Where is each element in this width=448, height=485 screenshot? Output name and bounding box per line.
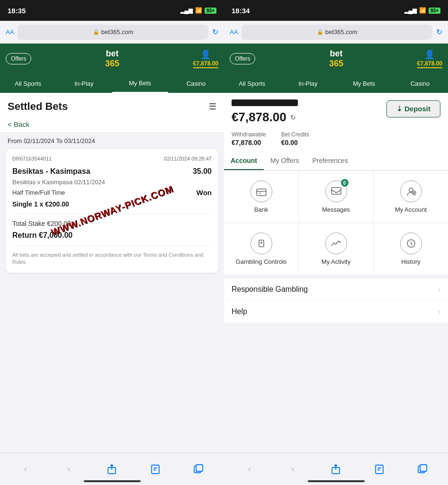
chevron-icon-1: › — [438, 308, 440, 315]
history-label: History — [401, 258, 420, 265]
grid-item-messages[interactable]: 0 Messages — [299, 171, 373, 223]
balance-amount: €7,878.00 — [232, 110, 287, 125]
bank-label: Bank — [254, 206, 269, 213]
bank-icon — [251, 180, 272, 202]
tab-account[interactable]: Account — [224, 152, 264, 170]
right-nav-bar: All Sports In-Play My Bets Casino — [224, 74, 448, 93]
left-account-icon: 👤 — [200, 49, 211, 60]
signal-icon: ▂▄▆ — [180, 7, 193, 14]
date-range: From 02/11/2024 To 03/11/2024 — [0, 133, 224, 149]
grid-item-activity[interactable]: My Activity — [299, 223, 373, 275]
right-nav-share[interactable] — [326, 460, 345, 479]
help-item[interactable]: Help › — [224, 301, 448, 323]
left-url-box[interactable]: 🔒 bet365.com — [18, 25, 208, 40]
left-nav-mybets[interactable]: My Bets — [112, 74, 168, 93]
withdrawable-label: Withdrawable — [232, 131, 266, 138]
account-tabs: Account My Offers Preferences — [224, 152, 448, 171]
right-nav-back[interactable]: ‹ — [240, 460, 259, 479]
left-refresh-btn[interactable]: ↻ — [212, 27, 218, 36]
bet-odds: 35.00 — [193, 167, 212, 176]
right-nav-tabs[interactable] — [413, 460, 432, 479]
right-refresh-btn[interactable]: ↻ — [436, 27, 442, 36]
gambling-label: Gambling Controls — [236, 258, 287, 265]
right-nav-mybets[interactable]: My Bets — [336, 74, 392, 93]
username-blurred — [232, 99, 298, 106]
right-nav-allsports[interactable]: All Sports — [224, 74, 280, 93]
right-nav-inplay[interactable]: In-Play — [280, 74, 336, 93]
deposit-label: Deposit — [404, 105, 430, 113]
bet-market-name: Half Time/Full Time — [12, 189, 65, 196]
left-nav-inplay[interactable]: In-Play — [56, 74, 112, 93]
myaccount-icon — [400, 180, 422, 202]
right-battery-badge: 93+ — [429, 8, 440, 14]
hamburger-icon[interactable]: ☰ — [209, 101, 216, 112]
battery-badge: 93+ — [205, 8, 216, 14]
left-nav-casino[interactable]: Casino — [168, 74, 224, 93]
bet-type: Single 1 x €200.00 — [12, 200, 212, 208]
grid-item-myaccount[interactable]: My Account — [374, 171, 448, 223]
right-lock-icon: 🔒 — [317, 29, 323, 35]
left-nav-bookmarks[interactable] — [146, 460, 165, 479]
bet-stake: Total Stake €200.00 — [12, 220, 212, 227]
bet-sub: Besiktas v Kasimpasa 02/11/2024 — [12, 179, 212, 186]
right-url-box[interactable]: 🔒 bet365.com — [242, 25, 432, 40]
right-status-icons: ▂▄▆ 📶 93+ — [404, 7, 440, 14]
left-nav-forward[interactable]: › — [59, 460, 78, 479]
history-icon — [400, 233, 422, 254]
left-logo: bet 365 — [35, 49, 189, 69]
settled-header: Settled Bets ☰ — [0, 93, 224, 117]
tab-myoffers[interactable]: My Offers — [264, 152, 305, 170]
withdrawable-val: €7,878.00 — [232, 139, 266, 146]
back-button[interactable]: < Back — [0, 117, 224, 133]
account-grid: Bank 0 Messages My Account — [224, 171, 448, 275]
balance-area: €7,878.00 ↻ ⇣ Deposit Withdrawable €7,87… — [224, 93, 448, 152]
left-browser-bar: AA 🔒 bet365.com ↻ — [0, 21, 224, 44]
right-account-area[interactable]: 👤 €7,878.00 — [417, 49, 442, 68]
right-offers-button[interactable]: Offers — [230, 53, 255, 64]
right-nav-bookmarks[interactable] — [370, 460, 389, 479]
lock-icon-left: 🔒 — [93, 29, 99, 35]
svg-rect-12 — [376, 465, 383, 474]
credits-label: Bet Credits — [281, 131, 309, 138]
divider-2 — [12, 245, 212, 246]
deposit-arrow-icon: ⇣ — [396, 105, 403, 113]
responsible-gambling-label: Responsible Gambling — [232, 285, 308, 294]
activity-label: My Activity — [322, 258, 350, 265]
left-account-area[interactable]: 👤 €7,878.00 — [193, 49, 218, 68]
right-browser-aa[interactable]: AA — [230, 28, 238, 36]
bet-return: Return €7,000.00 — [12, 231, 212, 240]
grid-item-bank[interactable]: Bank — [224, 171, 298, 223]
left-time: 18:35 — [8, 7, 26, 15]
tab-preferences[interactable]: Preferences — [305, 152, 354, 170]
grid-item-gambling[interactable]: Gambling Controls — [224, 223, 298, 275]
balance-refresh-icon[interactable]: ↻ — [290, 114, 296, 121]
right-status-bar: 18:34 ▂▄▆ 📶 93+ — [224, 0, 448, 21]
right-url: bet365.com — [325, 28, 358, 36]
left-offers-button[interactable]: Offers — [6, 53, 31, 64]
right-signal-icon: ▂▄▆ — [404, 7, 417, 14]
myaccount-label: My Account — [395, 206, 427, 213]
bet-date: 02/11/2024 09:28:47 — [164, 156, 212, 162]
right-home-indicator — [308, 480, 365, 482]
credits-val: €0.00 — [281, 139, 309, 146]
responsible-gambling-item[interactable]: Responsible Gambling › — [224, 278, 448, 301]
bet-match: Besiktas - Kasimpasa 35.00 — [12, 167, 212, 176]
right-nav-casino[interactable]: Casino — [392, 74, 448, 93]
left-nav-allsports[interactable]: All Sports — [0, 74, 56, 93]
left-content: Settled Bets ☰ < Back From 02/11/2024 To… — [0, 93, 224, 453]
left-nav-share[interactable] — [102, 460, 121, 479]
chevron-icon-0: › — [438, 286, 440, 293]
left-nav-back[interactable]: ‹ — [16, 460, 35, 479]
bet-card: WWW.NORWAY-PICK.COM DR67163544011 02/11/… — [6, 149, 218, 273]
left-nav-tabs[interactable] — [189, 460, 208, 479]
right-nav-forward[interactable]: › — [283, 460, 302, 479]
left-status-icons: ▂▄▆ 📶 93+ — [180, 7, 216, 14]
svg-rect-5 — [257, 189, 266, 196]
divider-1 — [12, 214, 212, 214]
right-time: 18:34 — [232, 7, 250, 15]
grid-item-history[interactable]: History — [374, 223, 448, 275]
gambling-icon — [251, 233, 272, 254]
right-wifi-icon: 📶 — [419, 7, 426, 14]
deposit-button[interactable]: ⇣ Deposit — [386, 100, 440, 117]
browser-aa-left[interactable]: AA — [6, 28, 14, 36]
